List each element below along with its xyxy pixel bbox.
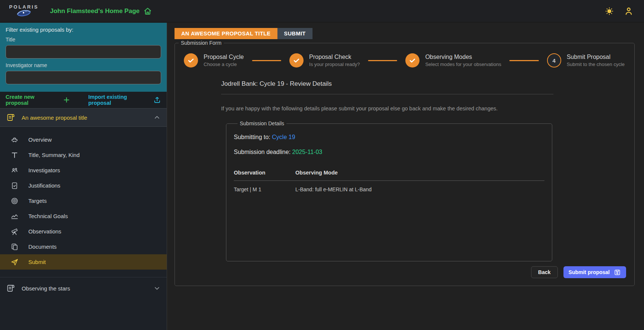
import-proposal-label: Import existing proposal bbox=[88, 94, 148, 106]
page-title: John Flamsteed's Home Page bbox=[50, 7, 139, 15]
chevron-down-icon bbox=[153, 285, 161, 292]
form-buttons: Back Submit proposal bbox=[531, 266, 626, 278]
check-icon bbox=[293, 57, 300, 64]
step-submit-proposal[interactable]: 4 Submit Proposal Submit to the chosen c… bbox=[547, 53, 625, 67]
tab-proposal-title[interactable]: AN AWESOME PROPOSAL TITLE bbox=[175, 28, 277, 39]
step-circle-done bbox=[184, 53, 198, 67]
import-proposal-button[interactable]: Import existing proposal bbox=[88, 94, 161, 106]
user-icon[interactable] bbox=[624, 6, 634, 16]
nav-item-title-summary-kind[interactable]: Title, Summary, Kind bbox=[0, 147, 167, 163]
step-subtitle: Submit to the chosen cycle bbox=[567, 62, 625, 67]
document-check-icon bbox=[10, 182, 19, 190]
chevron-up-icon bbox=[153, 114, 161, 121]
paper-plane-icon bbox=[10, 258, 19, 266]
scroll-icon bbox=[6, 284, 15, 293]
observations-table: Observation Observing Mode Target | M 1 … bbox=[234, 167, 544, 195]
step-title: Submit Proposal bbox=[567, 54, 625, 60]
column-header-observing-mode: Observing Mode bbox=[295, 167, 544, 181]
deadline-value: 2025-11-03 bbox=[292, 149, 323, 155]
observing-mode-cell: L-Band: full e-MERLIN at L-Band bbox=[295, 181, 544, 195]
check-icon bbox=[409, 57, 416, 64]
submission-form: Submission Form Proposal Cycle Choose a … bbox=[175, 40, 635, 286]
proposal-title: An awesome proposal title bbox=[22, 114, 87, 121]
sidebar: Filter existing proposals by: Title Inve… bbox=[0, 23, 167, 330]
step-connector bbox=[252, 60, 281, 61]
deadline-label: Submission deadline: bbox=[234, 149, 290, 155]
nav-item-submit[interactable]: Submit bbox=[0, 254, 167, 270]
submit-proposal-label: Submit proposal bbox=[569, 269, 610, 275]
polaris-logo: POLARIS bbox=[10, 4, 37, 18]
observation-cell: Target | M 1 bbox=[234, 181, 295, 195]
create-proposal-label: Create new proposal bbox=[6, 94, 56, 106]
column-header-observation: Observation bbox=[234, 167, 295, 181]
step-number: 4 bbox=[552, 57, 555, 64]
submission-form-legend: Submission Form bbox=[179, 40, 224, 46]
step-subtitle: Select modes for your observations bbox=[425, 62, 501, 67]
step-proposal-cycle[interactable]: Proposal Cycle Choose a cycle bbox=[184, 53, 244, 67]
step-title: Proposal Check bbox=[309, 54, 360, 60]
nav-item-label: Justifications bbox=[28, 182, 60, 189]
save-icon bbox=[614, 269, 621, 276]
upload-icon bbox=[153, 96, 161, 104]
investigator-filter-label: Investigator name bbox=[6, 62, 161, 68]
sun-icon[interactable] bbox=[604, 6, 614, 16]
title-filter-input[interactable] bbox=[6, 45, 161, 59]
step-circle-done bbox=[405, 53, 420, 67]
nav-item-label: Technical Goals bbox=[28, 213, 68, 219]
tab-submit[interactable]: SUBMIT bbox=[277, 28, 312, 39]
filter-panel: Filter existing proposals by: Title Inve… bbox=[0, 23, 167, 92]
step-connector bbox=[368, 60, 397, 61]
proposal-item-observing-the-stars[interactable]: Observing the stars bbox=[0, 277, 167, 299]
submit-proposal-button[interactable]: Submit proposal bbox=[563, 266, 626, 278]
step-proposal-check[interactable]: Proposal Check Is your proposal ready? bbox=[289, 53, 360, 67]
submitting-to-label: Submitting to: bbox=[234, 134, 270, 140]
filter-heading: Filter existing proposals by: bbox=[6, 26, 161, 33]
review-section: Jodrell Bank: Cycle 19 - Review Details … bbox=[221, 80, 553, 261]
step-observing-modes[interactable]: Observing Modes Select modes for your ob… bbox=[405, 53, 501, 67]
proposal-item-an-awesome-proposal-title[interactable]: An awesome proposal title bbox=[0, 108, 167, 127]
step-circle-done bbox=[289, 53, 304, 67]
nav-item-label: Submit bbox=[28, 259, 46, 265]
nav-item-label: Title, Summary, Kind bbox=[28, 152, 80, 158]
create-proposal-button[interactable]: Create new proposal bbox=[6, 94, 70, 106]
home-icon bbox=[143, 7, 152, 16]
home-page-link[interactable]: John Flamsteed's Home Page bbox=[50, 7, 152, 16]
nav-item-justifications[interactable]: Justifications bbox=[0, 178, 167, 193]
tab-bar: AN AWESOME PROPOSAL TITLE SUBMIT bbox=[175, 28, 635, 39]
scroll-icon bbox=[6, 113, 15, 122]
nav-item-technical-goals[interactable]: Technical Goals bbox=[0, 208, 167, 224]
text-icon bbox=[10, 151, 19, 159]
plus-icon bbox=[63, 96, 70, 104]
nav-item-overview[interactable]: Overview bbox=[0, 132, 167, 147]
back-button[interactable]: Back bbox=[531, 266, 557, 278]
review-heading: Jodrell Bank: Cycle 19 - Review Details bbox=[221, 80, 553, 88]
review-instruction: If you are happy with the following deta… bbox=[221, 106, 553, 111]
people-icon bbox=[10, 166, 19, 175]
nav-item-investigators[interactable]: Investigators bbox=[0, 163, 167, 178]
proposal-title: Observing the stars bbox=[22, 285, 70, 292]
nav-item-label: Overview bbox=[28, 136, 52, 143]
table-header-row: Observation Observing Mode bbox=[234, 167, 544, 181]
step-subtitle: Choose a cycle bbox=[204, 62, 244, 67]
check-icon bbox=[187, 57, 195, 64]
submission-details: Submission Details Submitting to: Cycle … bbox=[226, 120, 552, 261]
nav-item-targets[interactable]: Targets bbox=[0, 193, 167, 208]
ufo-icon bbox=[10, 136, 19, 144]
nav-item-documents[interactable]: Documents bbox=[0, 239, 167, 254]
nav-item-observations[interactable]: Observations bbox=[0, 224, 167, 239]
topbar-actions bbox=[604, 6, 634, 16]
proposal-actions: Create new proposal Import existing prop… bbox=[0, 92, 167, 108]
step-subtitle: Is your proposal ready? bbox=[309, 62, 360, 67]
investigator-filter-input[interactable] bbox=[6, 71, 161, 84]
copy-icon bbox=[10, 243, 19, 251]
telescope-icon bbox=[10, 227, 19, 236]
cycle-link[interactable]: Cycle 19 bbox=[272, 134, 295, 140]
nav-item-label: Targets bbox=[28, 198, 47, 204]
step-title: Observing Modes bbox=[425, 54, 501, 60]
nav-item-label: Investigators bbox=[28, 167, 60, 173]
divider bbox=[221, 94, 553, 94]
stepper: Proposal Cycle Choose a cycle Proposal C… bbox=[175, 46, 634, 67]
proposal-nav: Overview Title, Summary, Kind Investigat… bbox=[0, 127, 167, 270]
galaxy-icon bbox=[15, 8, 33, 18]
target-icon bbox=[10, 197, 19, 205]
